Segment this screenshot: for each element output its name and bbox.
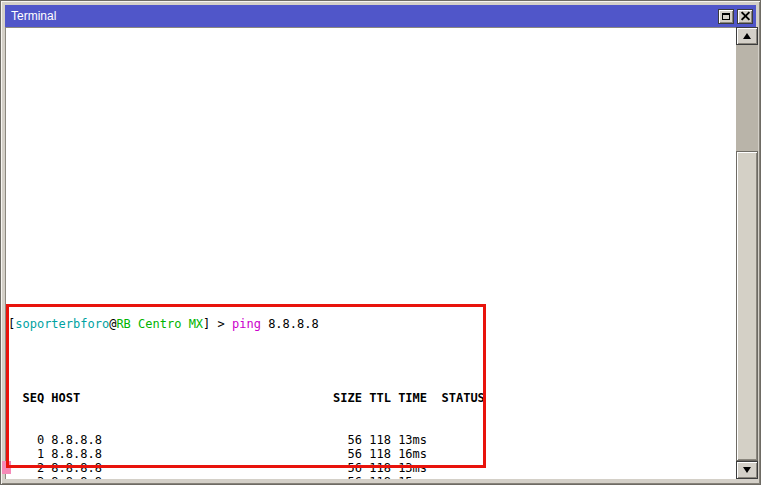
prompt-host: RB Centro MX: [116, 317, 203, 331]
ping-table-header: SEQ HOST SIZE TTL TIME STATUS: [8, 391, 485, 405]
prompt-user: soporterbforo: [15, 317, 109, 331]
prompt-line: [soporterbforo@RB Centro MX] > ping 8.8.…: [8, 317, 485, 331]
maximize-button[interactable]: [718, 9, 734, 24]
ping-row: 2 8.8.8.8 56 118 13ms: [8, 461, 485, 475]
maximize-icon: [722, 13, 730, 20]
scrollbar-track[interactable]: [736, 45, 758, 461]
pink-marker-annotation: [2, 461, 11, 474]
terminal-output: [soporterbforo@RB Centro MX] > ping 8.8.…: [8, 289, 485, 479]
ping-rows: 0 8.8.8.8 56 118 13ms 1 8.8.8.8 56 118 1…: [8, 433, 485, 479]
close-button[interactable]: [737, 9, 753, 24]
ping-row: 0 8.8.8.8 56 118 13ms: [8, 433, 485, 447]
prompt-separator: ] >: [203, 317, 232, 331]
terminal-window: Terminal [soporterbforo@RB Centro MX] > …: [0, 0, 761, 485]
prompt-argument: 8.8.8.8: [261, 317, 319, 331]
ping-table: SEQ HOST SIZE TTL TIME STATUS 0 8.8.8.8 …: [8, 363, 485, 479]
arrow-up-icon: [743, 33, 751, 39]
ping-row: 3 8.8.8.8 56 118 15ms: [8, 475, 485, 479]
terminal-screen[interactable]: [soporterbforo@RB Centro MX] > ping 8.8.…: [5, 27, 736, 479]
scroll-down-button[interactable]: [736, 461, 758, 479]
prompt-command: ping: [232, 317, 261, 331]
arrow-down-icon: [743, 467, 751, 473]
scroll-up-button[interactable]: [736, 27, 758, 45]
ping-row: 1 8.8.8.8 56 118 16ms: [8, 447, 485, 461]
window-title: Terminal: [11, 9, 715, 23]
scrollbar-thumb[interactable]: [736, 151, 758, 461]
close-icon: [741, 12, 750, 21]
titlebar[interactable]: Terminal: [5, 5, 756, 27]
vertical-scrollbar[interactable]: [736, 27, 758, 479]
